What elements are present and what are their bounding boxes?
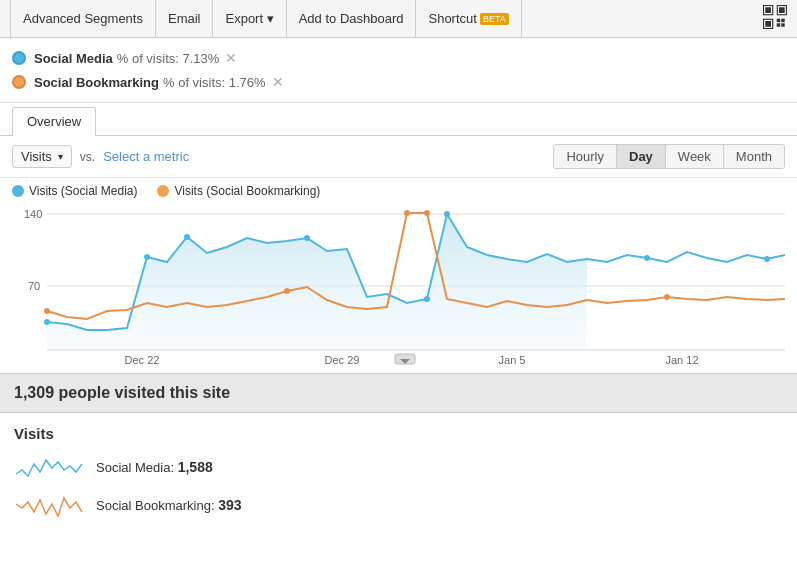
time-btn-month[interactable]: Month <box>724 145 784 168</box>
blue-dot <box>424 296 430 302</box>
segment-pct-social-bookmarking: % of visits: 1.76% <box>163 75 266 90</box>
x-label-dec22: Dec 22 <box>125 354 160 365</box>
y-label-70: 70 <box>28 280 40 292</box>
time-period-buttons: Hourly Day Week Month <box>553 144 785 169</box>
time-btn-day[interactable]: Day <box>617 145 666 168</box>
legend-social-bookmarking: Visits (Social Bookmarking) <box>157 184 320 198</box>
segment-close-social-media[interactable]: ✕ <box>225 50 237 66</box>
time-btn-week[interactable]: Week <box>666 145 724 168</box>
svg-rect-12 <box>781 23 784 26</box>
metric-select-label: Visits <box>21 149 52 164</box>
metrics-title: Visits <box>14 425 783 442</box>
toolbar: Advanced Segments Email Export Add to Da… <box>0 0 797 38</box>
svg-rect-10 <box>781 19 784 22</box>
shortcut-label: Shortcut <box>428 11 476 26</box>
blue-dot <box>444 211 450 217</box>
orange-dot <box>404 210 410 216</box>
legend-label-social-bookmarking: Visits (Social Bookmarking) <box>174 184 320 198</box>
time-btn-hourly[interactable]: Hourly <box>554 145 617 168</box>
summary-bar: 1,309 people visited this site <box>0 373 797 413</box>
segment-social-bookmarking: Social Bookmarking % of visits: 1.76% ✕ <box>12 70 785 94</box>
svg-rect-8 <box>765 21 771 27</box>
metric-number-social-media: 1,588 <box>178 459 213 475</box>
toolbar-add-dashboard[interactable]: Add to Dashboard <box>287 0 417 38</box>
metric-row-social-bookmarking: Social Bookmarking: 393 <box>14 490 783 520</box>
vs-label: vs. <box>80 150 95 164</box>
svg-marker-16 <box>47 214 587 350</box>
metric-label-social-bookmarking: Social Bookmarking: <box>96 498 215 513</box>
segment-pct-social-media: % of visits: 7.13% <box>117 51 220 66</box>
blue-dot <box>184 234 190 240</box>
toolbar-email[interactable]: Email <box>156 0 214 38</box>
summary-text: 1,309 people visited this site <box>14 384 230 401</box>
segment-label-social-bookmarking: Social Bookmarking <box>34 75 159 90</box>
x-label-dec29: Dec 29 <box>325 354 360 365</box>
x-label-jan12: Jan 12 <box>665 354 698 365</box>
svg-rect-9 <box>777 19 780 22</box>
metric-select[interactable]: Visits ▾ <box>12 145 72 168</box>
segment-dot-social-bookmarking <box>12 75 26 89</box>
metric-label-social-media: Social Media: <box>96 460 174 475</box>
beta-badge: BETA <box>480 13 509 25</box>
orange-dot <box>284 288 290 294</box>
chart-legend: Visits (Social Media) Visits (Social Boo… <box>0 178 797 200</box>
blue-dot <box>144 254 150 260</box>
svg-rect-11 <box>777 23 780 26</box>
legend-label-social-media: Visits (Social Media) <box>29 184 137 198</box>
toolbar-shortcut[interactable]: ShortcutBETA <box>416 0 521 38</box>
y-label-140: 140 <box>24 208 42 220</box>
orange-dot <box>664 294 670 300</box>
segment-dot-social-media <box>12 51 26 65</box>
sparkline-social-media <box>14 452 84 482</box>
chart-container: 140 70 <box>0 200 797 373</box>
toolbar-advanced-segments[interactable]: Advanced Segments <box>10 0 156 38</box>
chart-svg: 140 70 <box>12 200 785 365</box>
blue-dot <box>44 319 50 325</box>
chart-controls: Visits ▾ vs. Select a metric Hourly Day … <box>0 136 797 178</box>
svg-rect-2 <box>765 7 771 13</box>
qr-icon <box>763 5 787 29</box>
orange-dot <box>424 210 430 216</box>
qr-button[interactable] <box>763 5 787 32</box>
tab-overview[interactable]: Overview <box>12 107 96 136</box>
legend-dot-social-media <box>12 185 24 197</box>
blue-dot <box>764 256 770 262</box>
metric-value-social-media: Social Media: 1,588 <box>96 459 213 475</box>
segment-social-media: Social Media % of visits: 7.13% ✕ <box>12 46 785 70</box>
legend-social-media: Visits (Social Media) <box>12 184 137 198</box>
legend-dot-social-bookmarking <box>157 185 169 197</box>
blue-dot <box>304 235 310 241</box>
segments-panel: Social Media % of visits: 7.13% ✕ Social… <box>0 38 797 103</box>
sparkline-social-bookmarking <box>14 490 84 520</box>
metric-value-social-bookmarking: Social Bookmarking: 393 <box>96 497 241 513</box>
metric-select-arrow: ▾ <box>58 151 63 162</box>
metrics-section: Visits Social Media: 1,588 Social Bookma… <box>0 413 797 540</box>
toolbar-export[interactable]: Export <box>213 0 286 38</box>
metric-row-social-media: Social Media: 1,588 <box>14 452 783 482</box>
select-metric-link[interactable]: Select a metric <box>103 149 189 164</box>
x-label-jan5: Jan 5 <box>499 354 526 365</box>
blue-dot <box>644 255 650 261</box>
metric-number-social-bookmarking: 393 <box>218 497 241 513</box>
segment-label-social-media: Social Media <box>34 51 113 66</box>
segment-close-social-bookmarking[interactable]: ✕ <box>272 74 284 90</box>
orange-dot <box>44 308 50 314</box>
tab-bar: Overview <box>0 107 797 136</box>
svg-rect-5 <box>779 7 785 13</box>
